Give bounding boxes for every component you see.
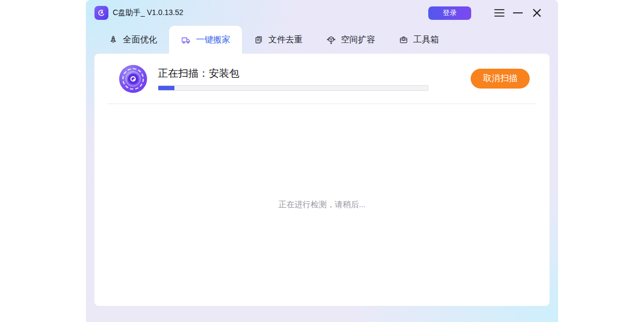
close-button[interactable] (531, 8, 542, 18)
scan-progress-bar (158, 85, 428, 91)
tab-label: 空间扩容 (341, 34, 375, 46)
scan-status-icon (119, 65, 147, 93)
tab-one-click-move[interactable]: 一键搬家 (169, 26, 242, 54)
cancel-scan-button[interactable]: 取消扫描 (471, 69, 530, 89)
document-dedup-icon (254, 35, 264, 45)
window-controls (494, 8, 542, 18)
tab-toolbox[interactable]: 工具箱 (387, 26, 451, 54)
app-logo-icon (94, 6, 108, 20)
tab-label: 一键搬家 (196, 34, 230, 46)
minimize-icon (513, 12, 523, 13)
scan-status-text: 正在扫描：安装包 (158, 67, 428, 80)
progress-fill (158, 86, 174, 90)
close-icon (532, 9, 541, 18)
tab-space-expansion[interactable]: 空间扩容 (314, 26, 387, 54)
tab-label: 文件去重 (268, 34, 303, 46)
tab-label: 工具箱 (413, 34, 439, 46)
tab-full-optimization[interactable]: 全面优化 (97, 26, 169, 54)
scan-header: 正在扫描：安装包 取消扫描 (94, 54, 550, 104)
tab-file-dedup[interactable]: 文件去重 (242, 26, 314, 54)
app-title: C盘助手_ V1.0.13.52 (113, 8, 184, 18)
tabbar: 全面优化 一键搬家 文件去重 (86, 26, 558, 54)
titlebar: C盘助手_ V1.0.13.52 登录 (86, 0, 558, 26)
hamburger-icon (494, 9, 504, 17)
menu-button[interactable] (494, 8, 504, 18)
login-button[interactable]: 登录 (428, 6, 471, 20)
minimize-button[interactable] (513, 8, 523, 18)
rocket-icon (108, 35, 118, 45)
truck-icon (181, 35, 191, 45)
app-window: C盘助手_ V1.0.13.52 登录 (86, 0, 558, 322)
waiting-message: 正在进行检测，请稍后... (279, 200, 366, 210)
toolbox-icon (399, 35, 408, 45)
cube-expand-icon (326, 35, 336, 45)
content-panel: 正在扫描：安装包 取消扫描 正在进行检测，请稍后... (94, 54, 550, 306)
message-area: 正在进行检测，请稍后... (94, 104, 550, 305)
tab-label: 全面优化 (123, 34, 157, 46)
